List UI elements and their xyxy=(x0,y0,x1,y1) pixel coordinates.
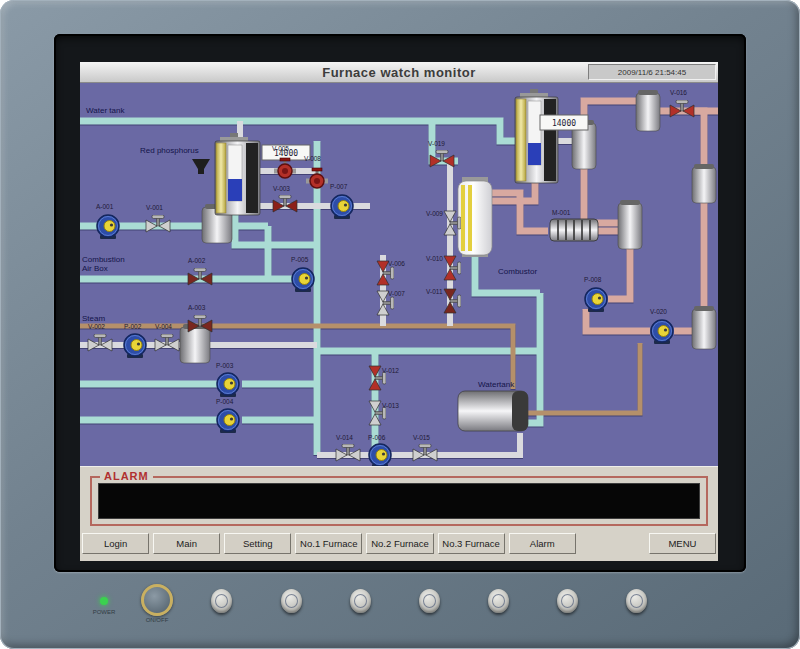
tag-p006: P-006 xyxy=(368,434,386,441)
onoff-button[interactable] xyxy=(141,584,173,616)
power-led xyxy=(100,597,108,605)
cylinder-tank xyxy=(692,164,716,203)
tag-a003: A-003 xyxy=(188,304,206,311)
tag-v007: V-007 xyxy=(388,290,405,297)
tag-p002: P-002 xyxy=(124,323,142,330)
page-title: Furnace watch monitor xyxy=(322,65,476,80)
valve-v002 xyxy=(88,334,112,351)
watertank-vessel xyxy=(458,391,528,431)
equipment-tags: A-001 V-001 A-002 A-003 V-002 P-002 V-00… xyxy=(88,89,687,441)
pump-v020 xyxy=(651,320,673,344)
panel-device-photo: Furnace watch monitor 2009/11/6 21:54:45 xyxy=(0,0,800,649)
label-red-phosphorus: Red phosphorus xyxy=(140,146,199,155)
cylinder-tank xyxy=(618,200,642,249)
label-combustor: Combustor xyxy=(498,267,537,276)
alarm-panel: ALARM Login Main Setting No.1 Furnace No… xyxy=(80,466,718,561)
alarm-message-display xyxy=(98,483,700,519)
valve-v004 xyxy=(155,334,179,351)
login-button[interactable]: Login xyxy=(82,533,149,554)
tag-v013: V-013 xyxy=(382,402,399,409)
label-combustion-1: Combustion xyxy=(82,255,125,264)
alarm-button[interactable]: Alarm xyxy=(509,533,576,554)
valve-v011 xyxy=(444,289,461,313)
function-button-7[interactable] xyxy=(626,589,647,613)
process-diagram: 14000 14000 xyxy=(80,83,718,466)
tag-v012: V-012 xyxy=(382,367,399,374)
alarm-title: ALARM xyxy=(100,470,153,482)
function-button-1[interactable] xyxy=(211,589,232,613)
tag-a002: A-002 xyxy=(188,257,206,264)
tag-v008: V-008 xyxy=(304,155,321,162)
steam-pipes xyxy=(80,326,640,413)
pump-p006 xyxy=(369,444,391,466)
nav-button-row: Login Main Setting No.1 Furnace No.2 Fur… xyxy=(82,533,716,554)
tag-v005: V-005 xyxy=(272,145,289,152)
function-button-4[interactable] xyxy=(419,589,440,613)
tag-v016: V-016 xyxy=(670,89,687,96)
tag-p004: P-004 xyxy=(216,398,234,405)
tag-p005: P-005 xyxy=(291,256,309,263)
combustor-vessel xyxy=(458,177,492,257)
valve-v003 xyxy=(273,195,297,212)
power-led-label: POWER xyxy=(84,609,124,615)
reactor-vessel-2 xyxy=(515,89,558,183)
nav-spacer xyxy=(580,533,645,554)
round-key-icon xyxy=(630,594,643,608)
pump-a001 xyxy=(97,215,119,239)
tag-m001: M-001 xyxy=(552,209,571,216)
round-key-icon xyxy=(215,594,228,608)
label-water-tank: Water tank xyxy=(86,106,125,115)
round-key-icon xyxy=(492,594,505,608)
pump-p004 xyxy=(217,409,239,433)
no2-furnace-button[interactable]: No.2 Furnace xyxy=(366,533,433,554)
main-button[interactable]: Main xyxy=(153,533,220,554)
valve-v015 xyxy=(413,444,437,461)
no1-furnace-button[interactable]: No.1 Furnace xyxy=(295,533,362,554)
hmi-screen: Furnace watch monitor 2009/11/6 21:54:45 xyxy=(80,62,718,560)
tag-p007: P-007 xyxy=(330,183,348,190)
feed-hopper-icon xyxy=(192,159,210,174)
tag-v004: V-004 xyxy=(155,323,172,330)
label-watertank: Watertank xyxy=(478,380,515,389)
pump-p007 xyxy=(331,195,353,219)
round-key-icon xyxy=(423,594,436,608)
title-bar: Furnace watch monitor 2009/11/6 21:54:45 xyxy=(80,62,718,83)
valve-v010 xyxy=(444,256,461,280)
round-key-icon xyxy=(285,594,298,608)
device-bezel: Furnace watch monitor 2009/11/6 21:54:45 xyxy=(0,0,800,649)
menu-button[interactable]: MENU xyxy=(649,533,716,554)
function-button-5[interactable] xyxy=(488,589,509,613)
tag-p008: P-008 xyxy=(584,276,602,283)
tag-v019: V-019 xyxy=(428,140,445,147)
cylinder-tank xyxy=(636,90,660,131)
setting-button[interactable]: Setting xyxy=(224,533,291,554)
tag-v009: V-009 xyxy=(426,210,443,217)
tag-v011: V-011 xyxy=(426,288,443,295)
heat-exchanger xyxy=(550,219,598,241)
label-combustion-2: Air Box xyxy=(82,264,108,273)
tag-v006: V-006 xyxy=(388,260,405,267)
pump-p005 xyxy=(292,268,314,292)
function-button-6[interactable] xyxy=(557,589,578,613)
onoff-button-label: ON/OFF xyxy=(132,617,182,623)
function-button-2[interactable] xyxy=(281,589,302,613)
valve-v014 xyxy=(336,444,360,461)
tag-v015: V-015 xyxy=(413,434,430,441)
round-key-icon xyxy=(561,594,574,608)
tag-v002: V-002 xyxy=(88,323,105,330)
pump-p008 xyxy=(585,288,607,312)
tag-v001: V-001 xyxy=(146,204,163,211)
reactor2-value: 14000 xyxy=(552,119,576,128)
tag-p003: P-003 xyxy=(216,362,234,369)
pump-p002 xyxy=(124,334,146,358)
label-steam: Steam xyxy=(82,314,105,323)
no3-furnace-button[interactable]: No.3 Furnace xyxy=(438,533,505,554)
tag-v014: V-014 xyxy=(336,434,353,441)
cylinder-tank xyxy=(692,306,716,349)
reactor-vessel-1 xyxy=(215,133,260,215)
clock-display: 2009/11/6 21:54:45 xyxy=(588,64,716,80)
pump-p003 xyxy=(217,373,239,397)
round-key-icon xyxy=(354,594,367,608)
function-button-3[interactable] xyxy=(350,589,371,613)
tag-v003: V-003 xyxy=(273,185,290,192)
